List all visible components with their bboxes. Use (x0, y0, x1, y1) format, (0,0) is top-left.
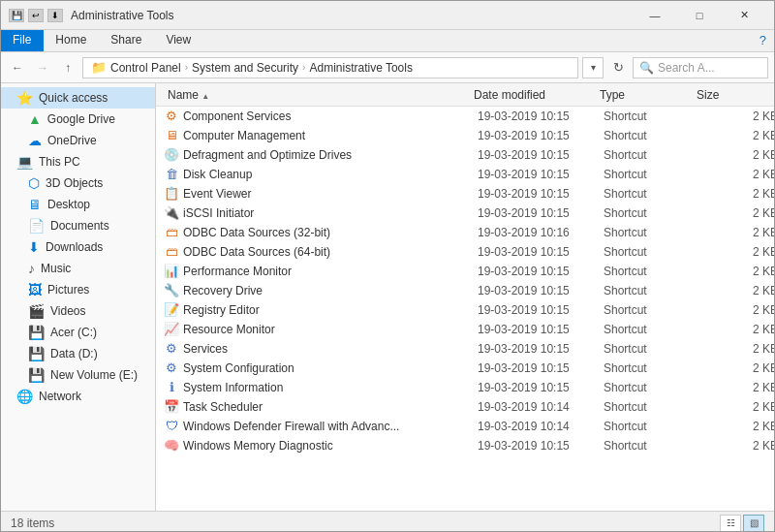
table-row[interactable]: 🗃ODBC Data Sources (64-bit)19-03-2019 10… (156, 242, 774, 262)
file-name: iSCSI Initiator (183, 206, 478, 220)
table-row[interactable]: 🛡Windows Defender Firewall with Advanc..… (156, 417, 774, 436)
breadcrumb-sep-1: › (185, 62, 188, 73)
sidebar-item-google-drive[interactable]: ▲Google Drive (1, 109, 155, 130)
sidebar-item-videos[interactable]: 🎬Videos (1, 300, 155, 322)
sidebar-label-network: Network (39, 390, 81, 403)
tab-home[interactable]: Home (44, 30, 99, 51)
file-icon: ⚙ (164, 109, 179, 124)
3d-objects-icon: ⬡ (28, 175, 40, 191)
file-icon: 🔧 (164, 283, 179, 298)
maximize-button[interactable]: □ (677, 1, 722, 30)
file-date: 19-03-2019 10:15 (478, 303, 604, 317)
file-icon: 🛡 (164, 419, 179, 434)
column-size[interactable]: Size (697, 88, 774, 102)
refresh-button[interactable]: ↻ (607, 57, 629, 78)
file-type: Shortcut (604, 245, 700, 259)
file-icon: 💿 (164, 147, 179, 163)
undo-icon[interactable]: ↩ (28, 9, 44, 22)
sidebar-label-music: Music (41, 262, 71, 275)
column-name[interactable]: Name ▲ (164, 88, 474, 102)
search-box[interactable]: 🔍 Search A... (633, 57, 768, 78)
table-row[interactable]: 📅Task Scheduler19-03-2019 10:14Shortcut2… (156, 397, 774, 417)
file-date: 19-03-2019 10:15 (478, 323, 604, 336)
file-size: 2 KB (700, 265, 774, 278)
sidebar-item-documents[interactable]: 📄Documents (1, 215, 155, 236)
table-row[interactable]: 🧠Windows Memory Diagnostic19-03-2019 10:… (156, 436, 774, 455)
help-icon[interactable]: ? (752, 30, 774, 51)
column-date[interactable]: Date modified (474, 88, 600, 102)
this-pc-icon: 💻 (16, 154, 33, 170)
table-row[interactable]: 🔌iSCSI Initiator19-03-2019 10:15Shortcut… (156, 203, 774, 223)
sidebar-item-quick-access[interactable]: ⭐Quick access (1, 87, 155, 109)
window-title: Administrative Tools (71, 9, 633, 22)
properties-icon[interactable]: ⬇ (47, 9, 63, 22)
file-size: 2 KB (700, 226, 774, 239)
up-button[interactable]: ↑ (57, 57, 78, 78)
sidebar-item-this-pc[interactable]: 💻This PC (1, 151, 155, 172)
breadcrumb-admin-tools[interactable]: Administrative Tools (309, 61, 413, 75)
minimize-button[interactable]: — (633, 1, 677, 30)
tab-file[interactable]: File (1, 30, 44, 51)
tab-share[interactable]: Share (99, 30, 154, 51)
tab-view[interactable]: View (154, 30, 203, 51)
table-row[interactable]: 📝Registry Editor19-03-2019 10:15Shortcut… (156, 300, 774, 320)
sidebar-label-videos: Videos (50, 304, 85, 318)
sidebar-item-onedrive[interactable]: ☁OneDrive (1, 130, 155, 151)
data-d-icon: 💾 (28, 346, 45, 361)
file-type: Shortcut (604, 420, 700, 433)
column-type[interactable]: Type (600, 88, 697, 102)
table-row[interactable]: ℹSystem Information19-03-2019 10:15Short… (156, 378, 774, 397)
table-row[interactable]: 💿Defragment and Optimize Drives19-03-201… (156, 145, 774, 165)
back-button[interactable]: ← (7, 57, 28, 78)
sidebar-item-desktop[interactable]: 🖥Desktop (1, 194, 155, 215)
sidebar-item-new-volume-e[interactable]: 💾New Volume (E:) (1, 364, 155, 386)
file-size: 2 KB (700, 206, 774, 220)
sidebar-label-new-volume-e: New Volume (E:) (50, 368, 138, 382)
table-row[interactable]: 🗃ODBC Data Sources (32-bit)19-03-2019 10… (156, 223, 774, 242)
breadcrumb-control-panel[interactable]: Control Panel (110, 61, 181, 75)
table-row[interactable]: ⚙Component Services19-03-2019 10:15Short… (156, 107, 774, 126)
large-icons-view-button[interactable]: ▧ (743, 515, 764, 532)
file-size: 2 KB (700, 129, 774, 142)
sidebar-item-music[interactable]: ♪Music (1, 258, 155, 279)
table-row[interactable]: 📋Event Viewer19-03-2019 10:15Shortcut2 K… (156, 184, 774, 203)
details-view-button[interactable]: ☷ (720, 515, 741, 532)
breadcrumb-system-security[interactable]: System and Security (192, 61, 298, 75)
file-type: Shortcut (604, 381, 700, 394)
table-row[interactable]: ⚙System Configuration19-03-2019 10:15Sho… (156, 359, 774, 378)
sidebar-item-pictures[interactable]: 🖼Pictures (1, 279, 155, 300)
table-row[interactable]: 🗑Disk Cleanup19-03-2019 10:15Shortcut2 K… (156, 165, 774, 184)
sidebar-item-data-d[interactable]: 💾Data (D:) (1, 343, 155, 364)
sidebar-label-downloads: Downloads (46, 240, 103, 254)
videos-icon: 🎬 (28, 303, 45, 319)
file-date: 19-03-2019 10:15 (478, 245, 604, 259)
forward-button[interactable]: → (32, 57, 53, 78)
ribbon-tabs: File Home Share View ? (1, 30, 774, 51)
sidebar-label-documents: Documents (50, 219, 109, 233)
file-date: 19-03-2019 10:15 (478, 168, 604, 181)
table-row[interactable]: 📈Resource Monitor19-03-2019 10:15Shortcu… (156, 320, 774, 339)
address-dropdown[interactable]: ▾ (582, 57, 604, 78)
onedrive-icon: ☁ (28, 133, 42, 148)
file-size: 2 KB (700, 400, 774, 414)
table-row[interactable]: ⚙Services19-03-2019 10:15Shortcut2 KB (156, 339, 774, 359)
table-row[interactable]: 🔧Recovery Drive19-03-2019 10:15Shortcut2… (156, 281, 774, 300)
address-bar: ← → ↑ 📁 Control Panel › System and Secur… (1, 52, 774, 83)
sidebar-item-network[interactable]: 🌐Network (1, 386, 155, 407)
address-path[interactable]: 📁 Control Panel › System and Security › … (82, 57, 578, 78)
sidebar-item-downloads[interactable]: ⬇Downloads (1, 236, 155, 258)
file-date: 19-03-2019 10:15 (478, 381, 604, 394)
file-type: Shortcut (604, 129, 700, 142)
table-row[interactable]: 📊Performance Monitor19-03-2019 10:15Shor… (156, 262, 774, 281)
sidebar-item-acer-c[interactable]: 💾Acer (C:) (1, 322, 155, 343)
close-button[interactable]: ✕ (722, 1, 766, 30)
sidebar-item-3d-objects[interactable]: ⬡3D Objects (1, 172, 155, 194)
file-name: Windows Memory Diagnostic (183, 439, 478, 453)
table-row[interactable]: 🖥Computer Management19-03-2019 10:15Shor… (156, 126, 774, 145)
file-date: 19-03-2019 10:15 (478, 110, 604, 123)
file-icon: 🖥 (164, 128, 179, 143)
save-icon[interactable]: 💾 (9, 9, 24, 22)
file-date: 19-03-2019 10:15 (478, 148, 604, 162)
file-icon: ⚙ (164, 341, 179, 357)
file-type: Shortcut (604, 400, 700, 414)
